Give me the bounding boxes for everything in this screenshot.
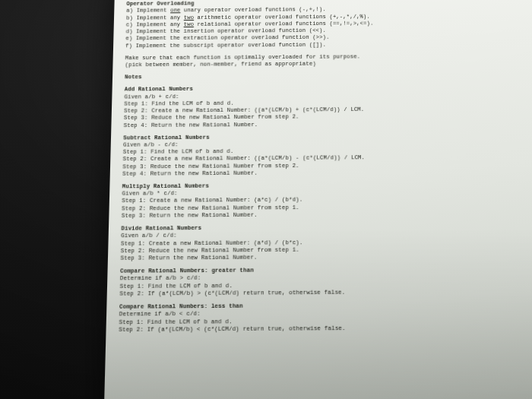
item-letter: d): [126, 28, 137, 34]
algo-section: Multiply Rational NumbersGiven a/b * c/d…: [122, 181, 528, 220]
item-post: Implement the insertion operator overloa…: [136, 27, 326, 34]
algorithm-sections: Add Rational NumbersGiven a/b + c/d:Step…: [119, 84, 532, 334]
item-letter: b): [126, 14, 137, 21]
item-post: arithmetic operator overload functions (…: [194, 13, 370, 20]
algo-section: Subtract Rational NumbersGiven a/b - c/d…: [122, 132, 527, 178]
overload-items: a) Implement one unary operator overload…: [125, 5, 522, 49]
item-post: Implement the extraction operator overlo…: [136, 34, 330, 41]
title-text: Operator Overloading: [126, 1, 194, 7]
item-underline: two: [184, 14, 194, 21]
notes-label: Notes: [125, 71, 524, 81]
item-post: Implement the subscript operator overloa…: [136, 41, 327, 48]
paper-sheet-wrap: 2. Implement operator overloading. Opera…: [103, 0, 532, 399]
item-pre: Implement any: [136, 14, 184, 21]
item-letter: c): [126, 21, 137, 27]
overload-item: f) Implement the subscript operator over…: [125, 40, 522, 49]
item-pre: Implement: [137, 8, 171, 14]
paper-sheet: 2. Implement operator overloading. Opera…: [103, 0, 532, 399]
algo-title: Add Rational Numbers: [125, 86, 193, 93]
photo-frame: 2. Implement operator overloading. Opera…: [0, 0, 532, 399]
algo-title: Multiply Rational Numbers: [122, 182, 209, 189]
item-underline: one: [170, 8, 180, 14]
item-post: relational operator overload functions (…: [194, 20, 374, 27]
item-letter: e): [125, 36, 136, 42]
algo-section: Divide Rational NumbersGiven a/b / c/d:S…: [120, 223, 530, 262]
notes-label-text: Notes: [125, 74, 142, 80]
item-letter: a): [126, 8, 137, 14]
note-line-2: (pick between member, non-member, friend…: [125, 59, 523, 68]
item-post: unary operator overload functions (-,+,!…: [180, 7, 326, 14]
algo-step: Step 3: Return the new Rational Number.: [120, 252, 530, 262]
item-letter: f): [125, 43, 136, 49]
algo-section: Add Rational NumbersGiven a/b + c/d:Step…: [124, 84, 525, 129]
algo-title: Compare Rational Numbers: less than: [119, 302, 243, 310]
item-pre: Implement any: [136, 21, 184, 27]
item-underline: two: [184, 21, 195, 27]
algo-title: Compare Rational Numbers: greater than: [120, 267, 254, 274]
algo-section: Compare Rational Numbers: less thanDeter…: [119, 301, 532, 334]
algo-title: Subtract Rational Numbers: [123, 134, 210, 141]
algo-section: Compare Rational Numbers: greater thanDe…: [119, 265, 530, 298]
algo-step: Step 3: Return the new Rational Number.: [122, 210, 528, 220]
algo-title: Divide Rational Numbers: [121, 225, 201, 232]
